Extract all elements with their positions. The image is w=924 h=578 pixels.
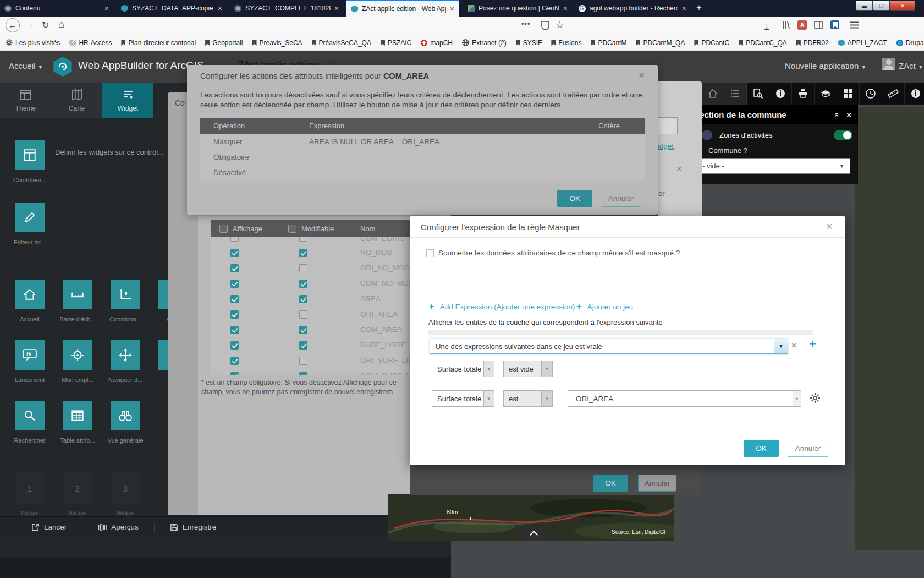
- extension-icon[interactable]: [831, 20, 839, 29]
- bookmark-item[interactable]: PDCantC: [694, 39, 729, 47]
- bookmark-item[interactable]: Geoportail: [205, 39, 243, 47]
- menu-hamburger-icon[interactable]: [850, 21, 859, 29]
- set-mode-select[interactable]: Une des expressions suivantes dans ce je…: [430, 339, 788, 354]
- widget-controller[interactable]: [15, 140, 45, 170]
- gear-icon[interactable]: [810, 392, 821, 403]
- remove-set-icon[interactable]: ×: [791, 341, 796, 351]
- editable-checkbox[interactable]: [299, 341, 307, 350]
- tab-widget[interactable]: Widget: [102, 83, 153, 118]
- attribute-table-expand-button[interactable]: [520, 526, 547, 541]
- editable-checkbox[interactable]: [299, 264, 307, 272]
- chevron-down-icon[interactable]: ▼: [483, 361, 494, 377]
- bookmark-item[interactable]: HR-Access: [69, 39, 112, 47]
- add-expression-link[interactable]: + Add Expression (Ajouter une expression…: [429, 302, 575, 312]
- operator-select[interactable]: est ▼: [503, 390, 553, 407]
- display-checkbox[interactable]: [230, 280, 239, 288]
- display-checkbox[interactable]: [230, 249, 239, 257]
- browser-tab[interactable]: SYZACT_DATA_APP-copie - W ×: [117, 0, 227, 17]
- wab-home-menu[interactable]: Accueil ▼: [9, 61, 43, 70]
- add-row-icon[interactable]: +: [809, 337, 816, 351]
- page-actions-icon[interactable]: •••: [521, 20, 531, 28]
- info-icon[interactable]: [905, 83, 924, 105]
- chevron-down-icon[interactable]: ▼: [541, 391, 552, 406]
- reader-sidebar-icon[interactable]: [814, 21, 823, 29]
- grid-icon[interactable]: [837, 83, 860, 105]
- editable-checkbox[interactable]: [299, 237, 307, 242]
- bookmark-item[interactable]: mapCH: [421, 39, 453, 47]
- bookmark-item[interactable]: Les plus visités: [6, 39, 60, 47]
- close-icon[interactable]: ×: [639, 69, 645, 81]
- editable-checkbox[interactable]: [299, 326, 307, 334]
- bookmark-item[interactable]: PDFR02: [796, 39, 829, 47]
- layer-toggle[interactable]: [834, 130, 853, 140]
- editable-checkbox[interactable]: [299, 249, 307, 257]
- widget-overview[interactable]: [111, 401, 140, 430]
- adobe-pdf-icon[interactable]: A: [798, 20, 807, 30]
- widget-placeholder-1[interactable]: 1: [15, 473, 45, 503]
- widget-coordinates[interactable]: [111, 280, 140, 309]
- bookmark-item[interactable]: Fusions: [551, 39, 581, 47]
- bookmark-item[interactable]: PréavisSeCA_QA: [312, 39, 371, 47]
- select-all-display-checkbox[interactable]: [219, 225, 228, 233]
- display-checkbox[interactable]: [230, 372, 239, 375]
- print-icon[interactable]: [792, 83, 815, 105]
- field-select[interactable]: Surface totale de la ▼: [432, 361, 494, 377]
- search-document-icon[interactable]: [747, 83, 769, 105]
- tab-theme[interactable]: Thème: [0, 83, 51, 118]
- ok-button[interactable]: OK: [744, 440, 779, 457]
- ruler-icon[interactable]: [882, 83, 905, 105]
- pocket-shield-icon[interactable]: [541, 21, 549, 30]
- field-select[interactable]: Surface totale de la ▼: [432, 390, 494, 407]
- action-row[interactable]: Obligatoire: [200, 150, 645, 166]
- display-checkbox[interactable]: [230, 326, 239, 334]
- bookmark-item[interactable]: PDCantC_QA: [739, 39, 787, 47]
- bookmark-item[interactable]: APPLI_ZACT: [838, 39, 887, 47]
- bookmark-item[interactable]: Preavis_SeCA: [252, 39, 302, 47]
- chevron-down-icon[interactable]: ▼: [541, 361, 552, 377]
- widget-attribute-table[interactable]: [63, 401, 92, 430]
- display-checkbox[interactable]: [230, 310, 239, 319]
- forward-button[interactable]: →: [25, 20, 34, 30]
- select-all-editable-checkbox[interactable]: [288, 225, 296, 233]
- editable-checkbox[interactable]: [299, 310, 307, 319]
- background-ok-button[interactable]: OK: [593, 475, 628, 492]
- display-checkbox[interactable]: [230, 295, 239, 303]
- close-icon[interactable]: ×: [846, 110, 851, 119]
- bookmark-item[interactable]: Extranet (2): [462, 39, 507, 47]
- restore-button[interactable]: ❐: [873, 1, 890, 11]
- cancel-button[interactable]: Annuler: [788, 440, 828, 457]
- widget-splash[interactable]: Hi: [15, 340, 45, 370]
- tab-close-icon[interactable]: ×: [563, 4, 568, 12]
- bookmark-item[interactable]: Drupal: [897, 39, 924, 47]
- display-checkbox[interactable]: [230, 341, 239, 350]
- submit-hidden-checkbox[interactable]: [426, 249, 434, 257]
- browser-tab[interactable]: Posez une question | GeoNet ×: [463, 0, 572, 17]
- layer-list-icon[interactable]: [724, 83, 747, 105]
- tab-close-icon[interactable]: ×: [334, 4, 339, 12]
- bookmark-item[interactable]: PDCantM_QA: [636, 39, 685, 47]
- bookmark-item[interactable]: Plan directeur cantonal: [121, 39, 196, 47]
- widget-search[interactable]: [15, 401, 45, 430]
- editable-checkbox[interactable]: [299, 372, 307, 375]
- reload-button[interactable]: ↻: [42, 20, 49, 30]
- chevron-down-icon[interactable]: ▼: [793, 391, 801, 406]
- tab-close-icon[interactable]: ×: [105, 4, 109, 12]
- tab-close-icon[interactable]: ×: [682, 4, 686, 12]
- user-menu[interactable]: ZAct ▼: [899, 61, 923, 70]
- clock-icon[interactable]: [860, 83, 882, 105]
- launch-button[interactable]: Lancer: [31, 523, 67, 531]
- education-cap-icon[interactable]: [815, 83, 837, 105]
- close-button[interactable]: ✕: [890, 1, 915, 11]
- close-icon[interactable]: ×: [676, 163, 682, 175]
- widget-scalebar[interactable]: [63, 280, 92, 309]
- home-button[interactable]: ⌂: [58, 19, 64, 30]
- ok-button[interactable]: OK: [557, 190, 592, 207]
- widget-editor[interactable]: [15, 203, 45, 232]
- widget-navigate[interactable]: [111, 340, 140, 370]
- action-row[interactable]: Masquer AREA IS NULL OR AREA = ORI_AREA: [200, 134, 645, 150]
- display-checkbox[interactable]: [230, 264, 239, 272]
- editable-checkbox[interactable]: [299, 280, 307, 288]
- collapse-chevrons-icon[interactable]: »: [831, 112, 840, 117]
- close-icon[interactable]: ×: [826, 220, 833, 233]
- bookmark-item[interactable]: PSZAIC: [381, 39, 411, 47]
